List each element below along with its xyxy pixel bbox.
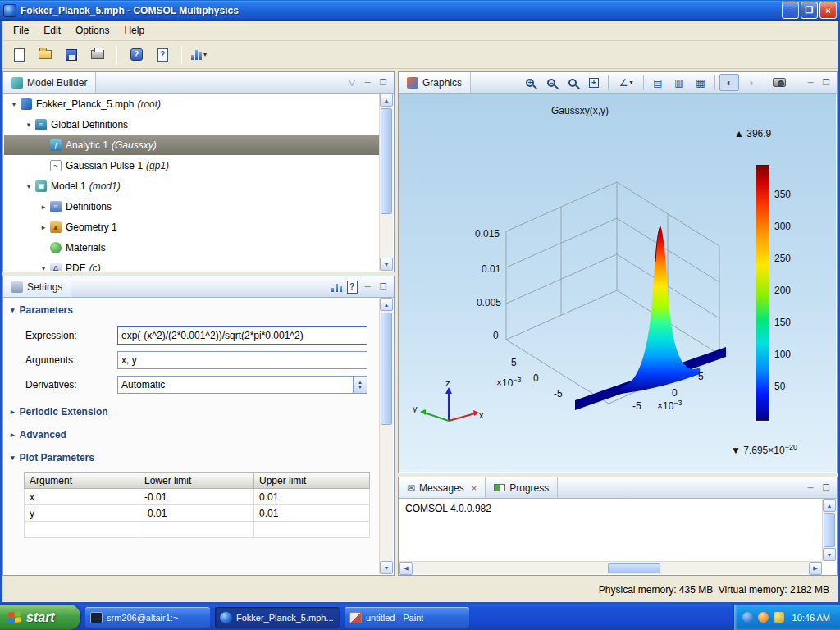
cell-upper[interactable]: 0.01 [254, 505, 370, 522]
graphics-tab[interactable]: Graphics [399, 72, 471, 93]
scroll-down-button[interactable]: ▼ [823, 548, 836, 561]
open-file-button[interactable] [35, 45, 55, 65]
tree-item-model-1[interactable]: ▾ ▣ Model 1 (mod1) [4, 176, 379, 196]
tree-item-definitions[interactable]: ▸ ≡ Definitions [4, 196, 379, 217]
help-panel-button[interactable]: ? [345, 280, 359, 294]
cell-argument[interactable]: y [25, 505, 139, 522]
tree-item-root[interactable]: ▾ Fokker_Planck_5.mph (root) [4, 94, 379, 114]
settings-scrollbar[interactable]: ▲ ▼ [379, 298, 393, 574]
tree-item-geometry-1[interactable]: ▸ ▲ Geometry 1 [4, 217, 379, 237]
zoom-out-button[interactable]: − [541, 74, 561, 91]
panel-maximize-button[interactable]: ❐ [819, 481, 833, 495]
menu-options[interactable]: Options [68, 22, 116, 39]
scroll-up-button[interactable]: ▲ [823, 499, 836, 512]
documentation-button[interactable]: ? [153, 45, 172, 65]
go-to-yz-view-button[interactable]: ▥ [669, 74, 689, 91]
view-orientation-button[interactable]: ∠ ▾ [613, 74, 639, 91]
snapshot-button[interactable] [769, 74, 789, 91]
panel-maximize-button[interactable]: ❐ [819, 75, 833, 89]
menu-edit[interactable]: Edit [36, 22, 68, 39]
scroll-down-button[interactable]: ▼ [380, 258, 393, 271]
help-button[interactable]: ? [126, 45, 146, 65]
panel-maximize-button[interactable]: ❐ [376, 75, 390, 89]
view-menu-button[interactable]: ▽ [345, 75, 359, 89]
taskbar-item-paint[interactable]: untitled - Paint [345, 607, 469, 628]
expander-icon[interactable]: ▾ [37, 264, 50, 272]
messages-log[interactable]: COMSOL 4.0.0.982 [399, 499, 822, 561]
go-to-zx-view-button[interactable]: ▦ [691, 74, 710, 91]
menu-file[interactable]: File [6, 22, 36, 39]
close-tab-icon[interactable]: × [472, 483, 477, 493]
cell-lower[interactable] [139, 522, 254, 538]
scrollbar-thumb[interactable] [824, 513, 835, 547]
key-tray-icon[interactable] [774, 612, 784, 623]
messages-tab[interactable]: ✉ Messages × [399, 477, 486, 498]
panel-maximize-button[interactable]: ❐ [376, 280, 390, 294]
go-to-xy-view-button[interactable]: ▤ [648, 74, 668, 91]
window-minimize-button[interactable]: ─ [782, 2, 799, 19]
window-close-button[interactable]: × [819, 2, 837, 19]
section-advanced[interactable]: ▸ Advanced [4, 422, 379, 445]
model-tree-scrollbar[interactable]: ▲ ▼ [379, 94, 393, 271]
tree-item-materials[interactable]: Materials [4, 237, 379, 258]
expander-icon[interactable]: ▸ [37, 223, 50, 231]
cell-argument[interactable]: x [25, 489, 139, 505]
zoom-box-button[interactable] [563, 74, 582, 91]
col-argument[interactable]: Argument [25, 472, 139, 489]
section-periodic-extension[interactable]: ▸ Periodic Extension [4, 399, 379, 422]
menu-help[interactable]: Help [116, 22, 152, 39]
zoom-extents-button[interactable]: + [584, 74, 604, 91]
save-button[interactable] [62, 45, 81, 65]
scroll-down-button[interactable]: ▼ [380, 561, 393, 574]
expander-icon[interactable]: ▾ [22, 182, 35, 190]
cell-argument[interactable] [25, 522, 139, 538]
taskbar-item-comsol[interactable]: Fokker_Planck_5.mph... [215, 607, 340, 628]
security-alert-tray-icon[interactable] [758, 612, 769, 623]
tree-item-pde[interactable]: ▾ Δ PDE (c) [4, 258, 379, 271]
progress-tab[interactable]: Progress [486, 477, 558, 498]
taskbar-item-putty[interactable]: srm206@altair1:~ [85, 607, 210, 628]
panel-minimize-button[interactable]: ─ [360, 75, 375, 89]
messages-vscrollbar[interactable]: ▲ ▼ [822, 499, 836, 561]
graphics-canvas[interactable]: z x y Gaussxy(x,y) ▲ 396.9 ▼ 7.695×10−20… [399, 94, 836, 472]
tree-item-gaussian-pulse-1[interactable]: ~ Gaussian Pulse 1 (gp1) [4, 155, 379, 176]
expander-icon[interactable]: ▾ [7, 100, 21, 108]
tree-item-analytic-1[interactable]: ƒ Analytic 1 (Gaussxy) [4, 135, 379, 155]
section-plot-parameters[interactable]: ▾ Plot Parameters [4, 445, 379, 468]
cell-lower[interactable]: -0.01 [139, 489, 254, 505]
cell-upper[interactable]: 0.01 [254, 489, 370, 505]
scroll-up-button[interactable]: ▲ [380, 94, 393, 107]
cell-upper[interactable] [254, 522, 370, 538]
messages-hscrollbar[interactable]: ◀ ▶ [399, 561, 822, 574]
scroll-right-button[interactable]: ▶ [809, 562, 822, 575]
col-lower-limit[interactable]: Lower limit [139, 472, 254, 489]
col-upper-limit[interactable]: Upper limit [254, 472, 370, 489]
transparency-button[interactable]: ◑ [741, 74, 760, 91]
start-button[interactable]: start [0, 605, 80, 630]
settings-tab[interactable]: Settings [3, 276, 71, 297]
section-parameters[interactable]: ▾ Parameters [4, 298, 379, 321]
scene-light-button[interactable]: ◐ [719, 74, 739, 91]
scroll-up-button[interactable]: ▲ [380, 298, 393, 311]
panel-minimize-button[interactable]: ─ [803, 481, 818, 495]
zoom-in-button[interactable]: + [520, 74, 540, 91]
scrollbar-thumb[interactable] [608, 563, 660, 573]
cell-lower[interactable]: -0.01 [139, 505, 254, 522]
scrollbar-thumb[interactable] [381, 313, 392, 425]
new-file-button[interactable] [9, 45, 29, 65]
window-maximize-button[interactable]: ❐ [801, 2, 818, 19]
update-plot-button[interactable] [329, 280, 344, 294]
combo-spinner-icon[interactable]: ▲▼ [353, 377, 367, 393]
model-builder-tab[interactable]: Model Builder [3, 72, 96, 93]
panel-minimize-button[interactable]: ─ [360, 280, 375, 294]
expander-icon[interactable]: ▾ [22, 121, 35, 129]
network-tray-icon[interactable] [742, 612, 753, 623]
expression-input[interactable] [117, 326, 368, 345]
arguments-input[interactable] [117, 351, 368, 369]
scroll-left-button[interactable]: ◀ [399, 562, 413, 575]
results-plot-button[interactable]: ▾ [191, 45, 207, 65]
expander-icon[interactable]: ▸ [37, 203, 50, 211]
panel-minimize-button[interactable]: ─ [803, 75, 818, 89]
derivatives-select[interactable]: Automatic ▲▼ [117, 376, 368, 394]
tree-item-global-definitions[interactable]: ▾ ≡ Global Definitions [4, 114, 379, 135]
